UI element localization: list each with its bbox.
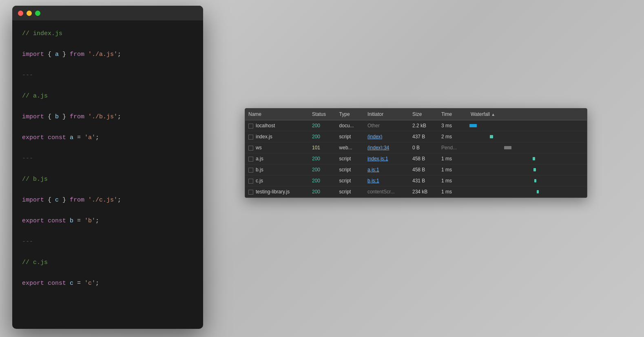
code-line-sep3: --- (22, 237, 193, 247)
network-panel: Name Status Type Initiator Size Time Wat… (245, 108, 587, 198)
waterfall-bar (504, 146, 511, 149)
window-titlebar (12, 6, 203, 20)
code-line-import-a: import { a } from './a.js'; (22, 49, 193, 60)
table-row[interactable]: a.js200scriptindex.js:1458 B1 ms (245, 153, 587, 164)
code-line-blank (22, 247, 193, 258)
cell-waterfall (467, 153, 587, 164)
close-button[interactable] (18, 11, 23, 16)
cell-waterfall (467, 175, 587, 186)
cell-status: 200 (309, 186, 336, 197)
maximize-button[interactable] (35, 11, 40, 16)
waterfall-bar (534, 179, 536, 182)
row-checkbox[interactable] (248, 124, 253, 129)
initiator-text: Other (367, 123, 380, 129)
row-checkbox[interactable] (248, 157, 253, 162)
code-line-export-a: export const a = 'a'; (22, 133, 193, 143)
cell-type: script (336, 186, 364, 197)
table-row[interactable]: b.js200scripta.js:1458 B1 ms (245, 164, 587, 175)
cell-time: Pend... (438, 142, 467, 153)
cell-waterfall (467, 142, 587, 153)
col-header-status[interactable]: Status (309, 109, 336, 120)
cell-initiator[interactable]: (index):34 (364, 142, 409, 153)
table-row[interactable]: testing-library.js200scriptcontentScr...… (245, 186, 587, 197)
cell-waterfall (467, 120, 587, 131)
col-header-time[interactable]: Time (438, 109, 467, 120)
code-line-blank (22, 164, 193, 175)
table-row[interactable]: localhost200docu...Other2.2 kB3 ms (245, 120, 587, 131)
row-checkbox[interactable] (248, 179, 253, 184)
initiator-link[interactable]: a.js:1 (367, 167, 379, 173)
cell-initiator[interactable]: a.js:1 (364, 164, 409, 175)
code-line-blank (22, 206, 193, 216)
cell-initiator[interactable]: Other (364, 120, 409, 131)
waterfall-bar (490, 135, 493, 138)
row-checkbox[interactable] (248, 146, 253, 151)
code-line-blank (22, 81, 193, 91)
col-header-initiator[interactable]: Initiator (364, 109, 409, 120)
col-header-size[interactable]: Size (409, 109, 438, 120)
cell-type: script (336, 131, 364, 142)
status-badge: 200 (312, 167, 320, 173)
cell-time: 3 ms (438, 120, 467, 131)
row-checkbox[interactable] (248, 190, 253, 195)
code-line-import-c: import { c } from './c.js'; (22, 195, 193, 206)
code-line-blank (22, 39, 193, 50)
cell-type: web... (336, 142, 364, 153)
sort-arrow-icon: ▲ (491, 112, 495, 117)
status-badge: 200 (312, 189, 320, 195)
cell-initiator[interactable]: index.js:1 (364, 153, 409, 164)
waterfall-bar (537, 190, 539, 193)
code-line-blank (22, 268, 193, 279)
col-header-name[interactable]: Name (245, 109, 309, 120)
cell-size: 0 B (409, 142, 438, 153)
row-checkbox[interactable] (248, 168, 253, 173)
code-line-sep2: --- (22, 153, 193, 164)
col-header-type[interactable]: Type (336, 109, 364, 120)
cell-type: script (336, 175, 364, 186)
status-badge: 200 (312, 178, 320, 184)
initiator-link[interactable]: b.js:1 (367, 178, 379, 184)
cell-time: 1 ms (438, 164, 467, 175)
cell-waterfall (467, 131, 587, 142)
cell-status: 101 (309, 142, 336, 153)
cell-status: 200 (309, 164, 336, 175)
minimize-button[interactable] (27, 11, 32, 16)
code-line-blank (22, 60, 193, 71)
cell-status: 200 (309, 175, 336, 186)
cell-name: b.js (245, 164, 309, 175)
code-line-export-b: export const b = 'b'; (22, 216, 193, 226)
initiator-text: contentScr... (367, 189, 395, 195)
cell-time: 2 ms (438, 131, 467, 142)
initiator-link[interactable]: (index):34 (367, 145, 389, 151)
cell-initiator[interactable]: b.js:1 (364, 175, 409, 186)
table-row[interactable]: ws101web...(index):340 BPend... (245, 142, 587, 153)
cell-name: a.js (245, 153, 309, 164)
code-line-export-c: export const c = 'c'; (22, 278, 193, 289)
code-line-blank (22, 102, 193, 112)
cell-type: script (336, 164, 364, 175)
cell-initiator[interactable]: contentScr... (364, 186, 409, 197)
col-header-waterfall[interactable]: Waterfall ▲ (467, 109, 587, 120)
cell-size: 431 B (409, 175, 438, 186)
cell-size: 458 B (409, 164, 438, 175)
cell-time: 1 ms (438, 153, 467, 164)
initiator-link[interactable]: index.js:1 (367, 156, 388, 162)
code-line-blank (22, 226, 193, 237)
cell-name: localhost (245, 120, 309, 131)
code-line-comment-a: // a.js (22, 91, 193, 102)
code-line-comment-b: // b.js (22, 174, 193, 185)
cell-size: 2.2 kB (409, 120, 438, 131)
cell-name: c.js (245, 175, 309, 186)
code-line-import-b: import { b } from './b.js'; (22, 112, 193, 122)
cell-initiator[interactable]: (index) (364, 131, 409, 142)
code-line-sep1: --- (22, 70, 193, 81)
waterfall-bar (533, 168, 536, 171)
cell-type: docu... (336, 120, 364, 131)
cell-status: 200 (309, 131, 336, 142)
table-row[interactable]: c.js200scriptb.js:1431 B1 ms (245, 175, 587, 186)
table-row[interactable]: index.js200script(index)437 B2 ms (245, 131, 587, 142)
row-checkbox[interactable] (248, 135, 253, 140)
status-badge: 200 (312, 134, 320, 140)
initiator-link[interactable]: (index) (367, 134, 383, 140)
code-line-blank (22, 122, 193, 133)
